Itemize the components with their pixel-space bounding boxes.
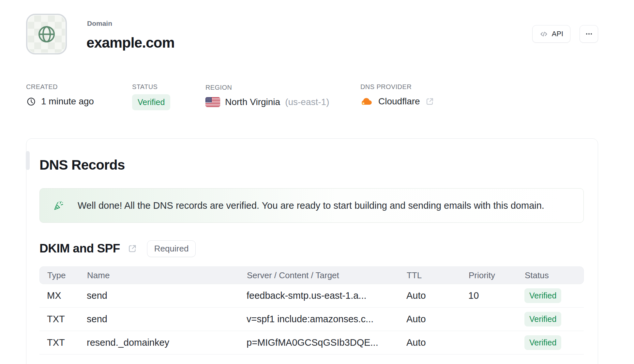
column-header-priority: Priority <box>461 270 517 281</box>
dns-records-table: Type Name Server / Content / Target TTL … <box>39 266 584 355</box>
column-header-ttl: TTL <box>399 270 461 281</box>
dkim-spf-title: DKIM and SPF <box>39 242 120 255</box>
dns-provider-value[interactable]: Cloudflare <box>360 96 434 107</box>
cloudflare-icon <box>360 97 373 106</box>
column-header-name: Name <box>80 270 239 281</box>
region-name: North Virginia <box>225 97 280 107</box>
dns-provider-name: Cloudflare <box>378 96 420 107</box>
cell-name: resend._domainkey <box>79 337 239 348</box>
cell-content: feedback-smtp.us-east-1.a... <box>239 290 399 301</box>
table-row[interactable]: TXT resend._domainkey p=MIGfMA0GCSqGSIb3… <box>39 331 584 355</box>
dns-records-card: DNS Records Well done! All the DNS recor… <box>26 138 598 364</box>
meta-dns-provider: DNS PROVIDER Cloudflare <box>360 83 434 107</box>
status-badge: Verified <box>524 288 561 303</box>
cell-content: p=MIGfMA0GCSqGSIb3DQE... <box>239 337 399 348</box>
created-value: 1 minute ago <box>41 96 94 107</box>
created-label: CREATED <box>26 83 94 91</box>
cell-name: send <box>79 314 239 325</box>
globe-icon <box>36 24 57 45</box>
success-banner-message: Well done! All the DNS records are verif… <box>78 200 544 211</box>
cell-type: TXT <box>39 314 79 325</box>
meta-created: CREATED 1 minute ago <box>26 83 94 107</box>
code-icon <box>539 30 548 38</box>
status-badge: Verified <box>132 94 170 110</box>
table-row[interactable]: MX send feedback-smtp.us-east-1.a... Aut… <box>39 284 584 308</box>
clock-icon <box>26 97 36 107</box>
scrollbar-thumb[interactable] <box>26 151 30 170</box>
meta-status: STATUS Verified <box>132 83 170 110</box>
column-header-status: Status <box>517 270 583 281</box>
column-header-type: Type <box>40 270 80 281</box>
status-badge: Verified <box>524 335 561 350</box>
status-label: STATUS <box>132 83 170 91</box>
page-eyebrow: Domain <box>87 20 112 27</box>
meta-region: REGION North Vir <box>205 84 329 107</box>
required-badge: Required <box>147 240 196 257</box>
external-link-icon[interactable] <box>127 244 137 254</box>
external-link-icon[interactable] <box>425 97 434 106</box>
more-options-button[interactable] <box>580 25 598 43</box>
api-button-label: API <box>552 30 563 38</box>
cell-ttl: Auto <box>399 337 461 348</box>
dns-records-title: DNS Records <box>39 157 584 173</box>
cell-name: send <box>79 290 239 301</box>
cell-type: TXT <box>39 337 79 348</box>
region-label: REGION <box>205 84 329 91</box>
table-header-row: Type Name Server / Content / Target TTL … <box>39 266 584 284</box>
party-popper-icon <box>53 200 65 211</box>
dkim-spf-section-header: DKIM and SPF Required <box>39 240 584 257</box>
cell-ttl: Auto <box>399 290 461 301</box>
status-badge: Verified <box>524 312 561 326</box>
cell-ttl: Auto <box>399 314 461 325</box>
domain-favicon <box>26 14 67 54</box>
cell-priority: 10 <box>461 290 517 301</box>
table-row[interactable]: TXT send v=spf1 include:amazonses.c... A… <box>39 308 584 331</box>
page-title: example.com <box>86 35 174 51</box>
column-header-content: Server / Content / Target <box>239 270 399 281</box>
success-banner: Well done! All the DNS records are verif… <box>39 188 584 223</box>
dns-provider-label: DNS PROVIDER <box>360 83 434 91</box>
ellipsis-icon <box>584 29 594 39</box>
api-button[interactable]: API <box>532 25 570 43</box>
cell-content: v=spf1 include:amazonses.c... <box>239 314 399 325</box>
cell-type: MX <box>39 290 79 301</box>
region-code: (us-east-1) <box>285 97 329 107</box>
us-flag-icon <box>205 97 220 107</box>
